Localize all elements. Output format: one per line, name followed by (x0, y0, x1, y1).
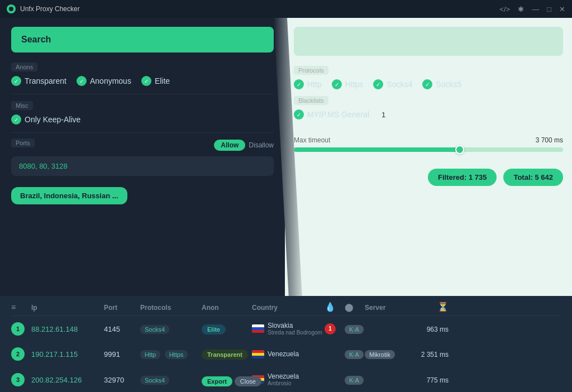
disallow-button[interactable]: Disallow (249, 141, 274, 149)
row3-country-inner: Venezuela Ambrosio (252, 372, 325, 386)
anon-anonymous[interactable]: ✓ Anonymous (77, 76, 131, 86)
row2-anon-badge: Transparent (202, 350, 248, 360)
th-port: Port (104, 302, 140, 312)
misc-row: ✓ Only Keep-Alive (11, 114, 274, 125)
row3-num: 3 (11, 373, 31, 386)
row2-country: Venezuela (252, 350, 325, 358)
protocols-section: Protocols ✓ Http ✓ Https ✓ Socks4 ✓ Sock… (294, 65, 563, 89)
slider-thumb[interactable] (455, 145, 464, 154)
proto-socks5-label: Socks5 (436, 80, 461, 89)
row3-country: Venezuela Ambrosio (252, 372, 325, 386)
timeout-slider[interactable] (294, 147, 563, 152)
circle-icon: ⬤ (345, 303, 354, 312)
th-ip-label: Ip (31, 304, 37, 312)
row2-country-inner: Venezuela (252, 350, 325, 358)
check-socks4-icon: ✓ (373, 79, 383, 89)
row1-anon-badge: Elite (202, 324, 226, 334)
row1-country-name: Slovakia (268, 322, 322, 329)
row1-protocols: Socks4 (140, 324, 202, 334)
check-keepalive-icon: ✓ (11, 114, 21, 125)
filtered-button[interactable]: Filtered: 1 735 (428, 169, 497, 186)
svg-point-0 (9, 7, 13, 11)
row2-port: 9991 (104, 349, 140, 359)
allow-button[interactable]: Allow (214, 140, 245, 151)
th-anon: Anon (202, 302, 252, 312)
row2-ip: 190.217.1.115 (31, 349, 104, 359)
timeout-value: 3 700 ms (536, 136, 563, 144)
row2-country-info: Venezuela (268, 350, 299, 358)
row3-time: 775 ms (409, 375, 449, 385)
row1-anon: Elite (202, 324, 252, 334)
slider-fill (294, 147, 461, 152)
row3-protocols: Socks4 (140, 375, 202, 385)
allow-disallow-group: Allow Disallow (214, 140, 274, 151)
row2-time-val: 2 351 ms (421, 351, 449, 358)
table-row[interactable]: 1 88.212.61.148 4145 Socks4 Elite Slovak… (11, 316, 561, 342)
table-row[interactable]: 2 190.217.1.115 9991 Http Https Transpar… (11, 342, 561, 367)
th-anon-label: Anon (202, 304, 219, 312)
sort-icon: ≡ (11, 303, 16, 312)
proto-socks4[interactable]: ✓ Socks4 (373, 79, 412, 89)
misc-section: Misc ✓ Only Keep-Alive (11, 100, 274, 125)
table-row[interactable]: 3 200.82.254.126 32970 Socks4 Export Clo… (11, 367, 561, 392)
blacklist-myip[interactable]: ✓ MYIP.MS General (294, 109, 369, 119)
export-button[interactable]: Export (202, 376, 232, 386)
timeout-header: Max timeout 3 700 ms (294, 136, 563, 144)
timeout-section: Max timeout 3 700 ms (294, 136, 563, 152)
anon-transparent[interactable]: ✓ Transparent (11, 76, 66, 86)
proto-https-label: Https (345, 80, 364, 89)
row3-time-val: 775 ms (427, 376, 449, 384)
misc-keepalive[interactable]: ✓ Only Keep-Alive (11, 114, 80, 125)
row2-ka-badge: K·A (345, 350, 364, 359)
row1-country: Slovakia Streda nad Bodrogom (252, 322, 325, 336)
row1-ip: 88.212.61.148 (31, 324, 104, 334)
countries-button[interactable]: Brazil, Indonesia, Russian ... (11, 187, 127, 204)
row1-time: 963 ms (409, 324, 449, 334)
row2-server-badge: Mikrotik (365, 350, 395, 359)
search-bar-left[interactable]: Search (11, 27, 274, 52)
proto-https[interactable]: ✓ Https (332, 79, 364, 89)
row1-ka-badge: K·A (345, 325, 364, 334)
row3-country-name: Venezuela (268, 372, 299, 380)
settings-icon[interactable]: ✱ (518, 5, 524, 13)
maximize-icon[interactable]: □ (547, 5, 551, 13)
th-protocols-label: Protocols (140, 304, 171, 312)
row3-country-info: Venezuela Ambrosio (268, 372, 299, 386)
row1-ip-val: 88.212.61.148 (31, 325, 78, 333)
proto-http-label: Http (307, 80, 322, 89)
search-bar-right[interactable] (294, 27, 563, 56)
code-icon[interactable]: </> (499, 5, 510, 13)
row1-server (365, 324, 409, 334)
row1-flag (252, 324, 264, 333)
titlebar-controls[interactable]: </> ✱ — □ ✕ (499, 5, 565, 13)
table-header: ≡ Ip Port Protocols Anon Country 💧 ⬤ Ser… (11, 296, 561, 316)
row2-proto-http: Http (140, 350, 160, 359)
anons-section: Anons ✓ Transparent ✓ Anonymous ✓ Elite (11, 61, 274, 86)
row2-port-val: 9991 (104, 350, 120, 358)
timer-icon: ⏳ (437, 302, 449, 312)
th-ka: ⬤ (345, 302, 365, 312)
anon-elite[interactable]: ✓ Elite (141, 76, 170, 86)
row1-ka: K·A (345, 324, 365, 334)
th-server-label: Server (365, 304, 385, 312)
search-label: Search (21, 35, 51, 45)
table-section: ≡ Ip Port Protocols Anon Country 💧 ⬤ Ser… (0, 296, 572, 392)
minimize-icon[interactable]: — (532, 5, 539, 13)
row1-time-val: 963 ms (427, 326, 449, 333)
ports-input[interactable] (11, 156, 274, 176)
row1-badge: 1 (11, 322, 25, 336)
row1-port-val: 4145 (104, 325, 120, 333)
total-button[interactable]: Total: 5 642 (503, 169, 563, 186)
th-drop: 💧 (325, 302, 345, 312)
row3-port-val: 32970 (104, 376, 124, 384)
proto-http[interactable]: ✓ Http (294, 79, 322, 89)
check-https-icon: ✓ (332, 79, 342, 89)
row2-proto-https: Https (165, 350, 188, 359)
check-transparent-icon: ✓ (11, 76, 21, 86)
titlebar-left: Unfx Proxy Checker (7, 4, 80, 13)
th-time: ⏳ (409, 302, 449, 312)
th-sort[interactable]: ≡ (11, 302, 31, 312)
close-icon[interactable]: ✕ (559, 5, 565, 13)
close-overlay-button[interactable]: Close (235, 376, 261, 386)
proto-socks5[interactable]: ✓ Socks5 (422, 79, 461, 89)
